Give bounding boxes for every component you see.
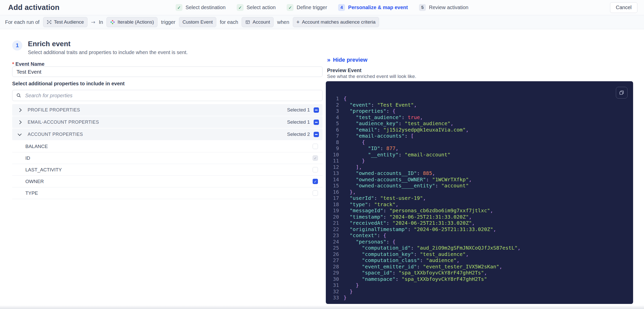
hide-preview-link[interactable]: » Hide preview <box>327 57 367 63</box>
selected-count: Selected 2 <box>287 132 310 137</box>
code-text: "owned-accounts__OWNER": "1WCWrTXfkp", <box>344 176 472 183</box>
code-text: ], <box>344 164 362 170</box>
code-line: 13 "owned-accounts__ID": 885, <box>331 170 627 176</box>
property-checkbox[interactable] <box>313 167 318 172</box>
table-icon <box>245 20 250 25</box>
property-checkbox[interactable] <box>313 179 318 184</box>
code-line: 8 { <box>331 139 627 145</box>
group-checkbox[interactable] <box>314 132 319 137</box>
copy-button[interactable] <box>616 87 628 99</box>
audience-chip[interactable]: Test Audience <box>43 17 87 27</box>
property-row-owner[interactable]: OWNER <box>12 176 323 187</box>
code-line: 1{ <box>331 95 627 102</box>
event-chip[interactable]: Custom Event <box>179 17 216 27</box>
line-number: 6 <box>331 127 339 133</box>
group-header-account-properties[interactable]: ACCOUNT PROPERTIESSelected 2 <box>12 128 323 140</box>
code-text: "namespace": "spa_tXXbfoyvCkY8rF47ghH2Ts… <box>344 276 487 282</box>
chevron-down-icon <box>18 132 22 136</box>
line-number: 16 <box>331 189 339 195</box>
property-label: ID <box>25 155 30 161</box>
group-label: EMAIL-ACCOUNT PROPERTIES <box>28 120 99 125</box>
step-select-destination[interactable]: ✓Select destination <box>176 4 226 11</box>
event-name-input[interactable] <box>12 67 323 77</box>
property-row-type[interactable]: TYPE <box>12 187 323 199</box>
step-label: Define trigger <box>297 5 327 10</box>
step-define-trigger[interactable]: ✓Define trigger <box>287 4 327 11</box>
code-line: 30 "namespace": "spa_tXXbfoyvCkY8rF47ghH… <box>331 276 627 282</box>
code-text: "email-accounts": [ <box>344 133 414 139</box>
code-line: 9 "ID": 877, <box>331 145 627 152</box>
property-rows: BALANCEIDLAST_ACTIVITYOWNERTYPE <box>12 141 323 199</box>
event-chip-label: Custom Event <box>183 19 213 25</box>
line-number: 5 <box>331 120 339 127</box>
group-header-right: Selected 2 <box>287 132 319 137</box>
property-checkbox[interactable] <box>313 144 318 149</box>
property-checkbox[interactable] <box>313 155 318 161</box>
code-text: "email": "j15i2ysedp@k1euxaIVia.com", <box>344 127 469 133</box>
destination-chip-label: Iterable (Actions) <box>117 19 154 25</box>
code-line: 16 }, <box>331 189 627 195</box>
group-header-email-account-properties[interactable]: EMAIL-ACCOUNT PROPERTIESSelected 1 <box>12 116 323 128</box>
check-icon: ✓ <box>287 4 294 11</box>
main-content: 1 Enrich event Select additional traits … <box>0 29 644 309</box>
step-select-action[interactable]: ✓Select action <box>237 4 276 11</box>
audience-icon <box>47 20 52 25</box>
line-number: 26 <box>331 251 339 257</box>
code-text: "computation_class": "audience", <box>344 257 460 264</box>
line-number: 30 <box>331 276 339 282</box>
group-header-profile-properties[interactable]: PROFILE PROPERTIESSelected 1 <box>12 104 323 116</box>
step-label: Review activation <box>429 5 469 10</box>
check-icon: ✓ <box>176 4 183 11</box>
property-search-input[interactable] <box>25 92 318 99</box>
enrich-step-header: 1 Enrich event Select additional traits … <box>12 40 188 55</box>
property-label: LAST_ACTIVITY <box>25 167 62 173</box>
step-personalize-map-event[interactable]: 4Personalize & map event <box>338 4 408 11</box>
code-text: "owned-accounts__ID": 885, <box>344 170 435 176</box>
code-text: "owned-accounts____entity": "account" <box>344 183 469 189</box>
code-line: 28 "event_emitter_id": "event_tester_IVX… <box>331 264 627 270</box>
code-line: 11 } <box>331 158 627 164</box>
code-line: 4 "test_audience": true, <box>331 114 627 121</box>
line-number: 18 <box>331 201 339 208</box>
selected-count: Selected 1 <box>287 107 310 113</box>
code-text: "space_id": "spa_tXXbfoyvCkY8rF47ghH2Ts"… <box>344 270 487 276</box>
property-search-box <box>12 90 323 101</box>
property-label: BALANCE <box>25 144 48 149</box>
code-text: "event": "Test Event", <box>344 102 417 108</box>
code-line: 33} <box>331 295 627 301</box>
cancel-button[interactable]: Cancel <box>610 2 637 13</box>
bottom-shadow <box>0 305 644 309</box>
top-bar: Add activation ✓Select destination✓Selec… <box>0 0 644 15</box>
line-number: 23 <box>331 232 339 239</box>
code-line: 15 "owned-accounts____entity": "account" <box>331 183 627 189</box>
condition-chip[interactable]: + Account matches audience criteria <box>293 17 379 27</box>
code-text: "userId": "test-user-19", <box>344 195 426 201</box>
code-text: } <box>344 288 353 295</box>
group-checkbox[interactable] <box>314 107 319 113</box>
code-line: 32 } <box>331 288 627 295</box>
for-each-text: for each <box>220 19 238 25</box>
property-label: TYPE <box>25 190 38 196</box>
step-label: Select destination <box>186 5 226 10</box>
property-row-last-activity[interactable]: LAST_ACTIVITY <box>12 164 323 176</box>
code-line: 31 } <box>331 282 627 288</box>
required-marker: * <box>12 61 14 67</box>
code-line: 12 ], <box>331 164 627 170</box>
line-number: 32 <box>331 288 339 295</box>
property-checkbox[interactable] <box>313 190 318 196</box>
preview-title: Preview Event <box>327 68 362 73</box>
code-line: 3 "properties": { <box>331 108 627 114</box>
code-line: 22 "originalTimestamp": "2024-06-25T21:3… <box>331 226 627 233</box>
group-checkbox[interactable] <box>314 120 319 125</box>
line-number: 21 <box>331 220 339 226</box>
line-number: 17 <box>331 195 339 201</box>
destination-chip[interactable]: Iterable (Actions) <box>106 17 157 27</box>
line-number: 20 <box>331 214 339 220</box>
entity-chip[interactable]: Account <box>242 17 274 27</box>
code-line: 7 "email-accounts": [ <box>331 133 627 139</box>
property-row-balance[interactable]: BALANCE <box>12 141 323 152</box>
group-label: ACCOUNT PROPERTIES <box>28 132 83 137</box>
property-row-id[interactable]: ID <box>12 152 323 164</box>
step-review-activation[interactable]: 5Review activation <box>419 4 469 11</box>
code-line: 26 "computation_key": "test_audience", <box>331 251 627 257</box>
